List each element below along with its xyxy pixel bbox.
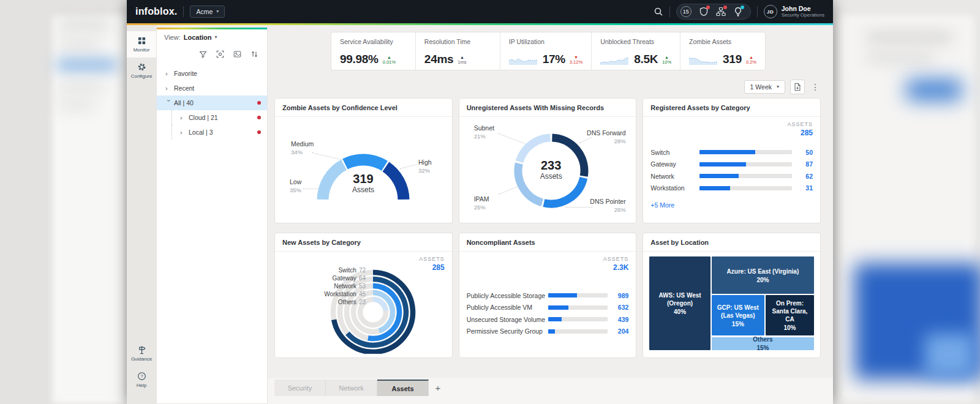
desktop-background: infoblox Acme ▾ 15 JD bbox=[0, 0, 980, 404]
treemap-cell-aws-us-west-oregon[interactable]: AWS: US West (Oregon)40% bbox=[649, 256, 710, 350]
rail-item-help[interactable]: ?Help bbox=[127, 367, 156, 393]
kpi-zombie-assets: Zombie Assets319▲0.2% bbox=[680, 32, 765, 70]
rail-item-configure[interactable]: Configure bbox=[127, 58, 156, 84]
kpi-sparkline bbox=[509, 55, 537, 65]
kpi-summary-card: Service Availability99.98%▲0.01%Resoluti… bbox=[331, 32, 766, 70]
bar-fill bbox=[699, 150, 755, 154]
search-icon[interactable] bbox=[654, 7, 663, 17]
kpi-delta-value: 3.12% bbox=[570, 60, 582, 65]
segment-name: High bbox=[418, 159, 453, 167]
tree-item-recent[interactable]: ›Recent bbox=[157, 81, 267, 95]
tree-item-cloud-21[interactable]: ›Cloud | 21 bbox=[157, 110, 267, 125]
card-registered-assets-by-category: Registered Assets by CategoryASSETS285Sw… bbox=[643, 98, 821, 223]
filter-icon[interactable] bbox=[199, 50, 207, 58]
bar-fill bbox=[548, 329, 556, 334]
bar-row-publicly-accessible-storage: Publicly Accessible Storage989 bbox=[467, 290, 629, 302]
user-role: Security Operations bbox=[782, 12, 824, 18]
kpi-title: Resolution Time bbox=[424, 38, 491, 45]
notification-count-badge[interactable]: 15 bbox=[680, 6, 692, 17]
treemap-cell-gcp-us-west-las-vegas[interactable]: GCP: US West (Las Vegas)15% bbox=[712, 295, 764, 335]
chart-center-value: 319Assets bbox=[333, 172, 394, 194]
treemap-cell-label: Others bbox=[753, 335, 772, 343]
bar-label: Workstation bbox=[650, 184, 699, 192]
bar-label: Permissive Security Group bbox=[467, 327, 548, 335]
kpi-title: IP Utilization bbox=[509, 38, 582, 45]
export-report-icon[interactable] bbox=[790, 80, 805, 94]
kpi-ip-utilization: IP Utilization17%▼3.12% bbox=[500, 32, 592, 70]
svg-text:?: ? bbox=[140, 373, 143, 379]
kpi-value-row: 8.5K▲10% bbox=[600, 53, 671, 65]
chart-area-asset_treemap: AWS: US West (Oregon)40%Azure: US East (… bbox=[649, 252, 814, 354]
rail-item-guidance[interactable]: Guidance bbox=[127, 340, 156, 367]
kpi-delta-value: 1ms bbox=[458, 60, 466, 65]
kpi-sparkline bbox=[600, 55, 628, 65]
card-title: Asset by Location bbox=[643, 233, 820, 252]
kpi-value-row: 17%▼3.12% bbox=[509, 53, 582, 65]
lightbulb-icon[interactable] bbox=[733, 7, 743, 17]
bar-row-gateway: Gateway87 bbox=[650, 159, 813, 171]
shield-icon[interactable] bbox=[699, 7, 709, 17]
rail-item-label: Help bbox=[137, 383, 146, 388]
dashboard-content: Service Availability99.98%▲0.01%Resoluti… bbox=[268, 25, 833, 404]
radial-name: Gateway bbox=[332, 275, 356, 282]
kpi-value: 17% bbox=[543, 53, 565, 65]
tab-security[interactable]: Security bbox=[274, 380, 326, 396]
card-title: Unregistered Assets With Missing Records bbox=[459, 99, 636, 117]
chevron-collapsed-icon: › bbox=[165, 70, 174, 77]
chart-area-zombie_gauge: Low35%Medium34%High32%319Assets bbox=[281, 117, 446, 219]
rail-item-monitor[interactable]: Monitor bbox=[127, 31, 156, 58]
more-link[interactable]: +5 More bbox=[650, 201, 674, 209]
bar-row-network: Network62 bbox=[650, 170, 813, 182]
trend-up-icon: ▲ bbox=[749, 55, 753, 59]
bar-label: Network bbox=[650, 173, 699, 180]
chevron-down-icon: ▾ bbox=[215, 34, 217, 40]
card-title: New Assets by Category bbox=[275, 233, 452, 252]
kpi-delta: ▼3.12% bbox=[570, 55, 582, 65]
kpi-sparkline bbox=[689, 55, 717, 65]
chevron-down-icon: ▾ bbox=[777, 84, 779, 89]
treemap-cell-azure-us-east-virginia[interactable]: Azure: US East (Virginia)20% bbox=[712, 256, 814, 294]
trend-down-icon: ▼ bbox=[574, 55, 578, 59]
radial-label-workstation: Workstation45 bbox=[281, 290, 366, 298]
radial-label-others: Others23 bbox=[281, 298, 366, 306]
time-range-value: 1 Week bbox=[750, 83, 772, 91]
chart-center-value: 233Assets bbox=[521, 159, 582, 181]
sort-icon[interactable] bbox=[251, 50, 258, 58]
segment-label-dns-forward: DNS Forward28% bbox=[579, 129, 626, 145]
org-selector[interactable]: Acme ▾ bbox=[190, 6, 225, 18]
treemap-cell-others[interactable]: Others15% bbox=[712, 337, 814, 350]
nav-divider bbox=[183, 6, 184, 17]
assets-total-label: ASSETS bbox=[787, 121, 813, 128]
bar-fill bbox=[699, 174, 738, 178]
bar-track bbox=[699, 174, 792, 178]
segment-percent: 34% bbox=[291, 149, 337, 156]
center-sub-label: Assets bbox=[333, 185, 394, 194]
bar-track bbox=[699, 186, 792, 190]
org-chart-icon[interactable] bbox=[716, 7, 726, 17]
tree-item-favorite[interactable]: ›Favorite bbox=[157, 66, 267, 81]
tree-item-all-40[interactable]: ›All | 40 bbox=[157, 95, 267, 110]
tab-assets[interactable]: Assets bbox=[377, 380, 429, 396]
image-icon[interactable] bbox=[233, 50, 241, 58]
segment-name: Low bbox=[290, 178, 336, 187]
tree-item-local-3[interactable]: ›Local | 3 bbox=[157, 125, 267, 140]
gear-icon bbox=[137, 62, 146, 72]
view-selector[interactable]: View: Location ▾ bbox=[157, 28, 267, 46]
org-selector-label: Acme bbox=[196, 8, 213, 15]
treemap-cell-on-prem-santa-clara-ca[interactable]: On Prem: Santa Clara, CA10% bbox=[766, 295, 814, 335]
user-name: John Doe bbox=[782, 5, 824, 12]
time-range-select[interactable]: 1 Week ▾ bbox=[744, 80, 785, 94]
radial-name: Workstation bbox=[324, 291, 356, 297]
chevron-down-icon: ▾ bbox=[216, 9, 219, 14]
more-options-icon[interactable]: ⋮ bbox=[810, 82, 821, 92]
user-menu[interactable]: JD John Doe Security Operations bbox=[764, 5, 824, 18]
blurred-background-left bbox=[0, 0, 127, 404]
trend-up-icon: ▲ bbox=[387, 55, 391, 59]
bar-row-switch: Switch50 bbox=[650, 146, 813, 159]
tree-item-label: Favorite bbox=[174, 70, 197, 77]
chart-area-registered_bars: ASSETS285Switch50Gateway87Network62Works… bbox=[649, 117, 814, 219]
add-tab-button[interactable]: + bbox=[429, 380, 447, 396]
scan-icon[interactable] bbox=[216, 50, 224, 58]
treemap-cell-label: Azure: US East (Virginia) bbox=[727, 267, 799, 275]
tab-network[interactable]: Network bbox=[326, 380, 377, 396]
